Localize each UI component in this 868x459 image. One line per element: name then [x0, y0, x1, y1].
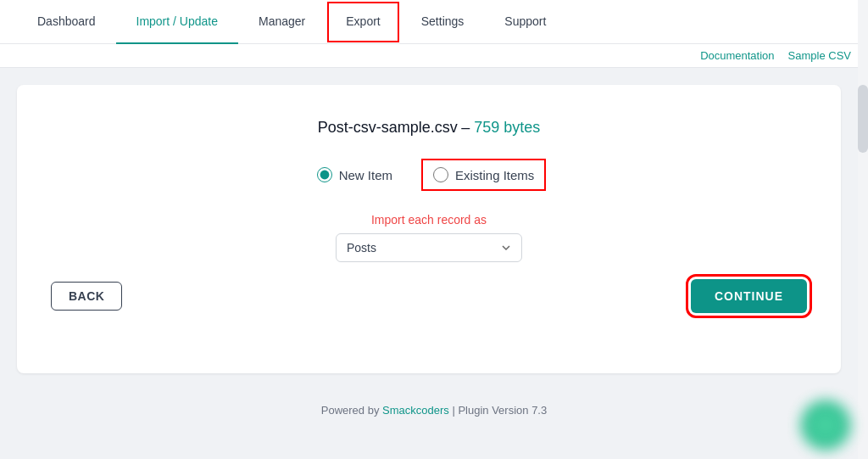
- import-card: Post-csv-sample.csv – 759 bytes New Item…: [17, 85, 841, 373]
- tab-dashboard[interactable]: Dashboard: [17, 0, 116, 44]
- version-text: | Plugin Version 7.3: [452, 404, 547, 417]
- top-links-bar: Documentation Sample CSV: [0, 44, 868, 68]
- sample-csv-link[interactable]: Sample CSV: [788, 49, 851, 62]
- file-size: 759 bytes: [474, 119, 540, 136]
- import-type-select[interactable]: Posts Pages Custom Post Type: [336, 233, 522, 262]
- powered-by-text: Powered by: [321, 404, 380, 417]
- page-footer: Powered by Smackcoders | Plugin Version …: [0, 390, 868, 430]
- import-section: Import each record as Posts Pages Custom…: [51, 213, 807, 262]
- tab-import---update[interactable]: Import / Update: [116, 0, 239, 44]
- import-label: Import each record as: [371, 213, 487, 227]
- back-button[interactable]: BACK: [51, 282, 122, 311]
- tab-manager[interactable]: Manager: [238, 0, 326, 44]
- card-footer: BACK CONTINUE: [51, 279, 807, 313]
- file-name: Post-csv-sample.csv: [318, 119, 458, 136]
- existing-items-radio[interactable]: [433, 167, 448, 182]
- documentation-link[interactable]: Documentation: [700, 49, 774, 62]
- new-item-option[interactable]: New Item: [317, 167, 392, 182]
- scrollbar[interactable]: [858, 0, 868, 459]
- file-separator: –: [461, 119, 474, 136]
- new-item-label: New Item: [339, 168, 392, 182]
- existing-items-label: Existing Items: [455, 168, 534, 182]
- file-info: Post-csv-sample.csv – 759 bytes: [51, 119, 807, 137]
- continue-button[interactable]: CONTINUE: [691, 279, 807, 313]
- decorative-circle: [800, 400, 851, 451]
- tab-export[interactable]: Export: [326, 0, 400, 44]
- radio-group: New Item Existing Items: [51, 164, 807, 186]
- main-content: Post-csv-sample.csv – 759 bytes New Item…: [0, 68, 858, 390]
- tab-settings[interactable]: Settings: [401, 0, 485, 44]
- new-item-radio[interactable]: [317, 167, 332, 182]
- scrollbar-thumb[interactable]: [858, 85, 868, 153]
- top-navigation: DashboardImport / UpdateManagerExportSet…: [0, 0, 868, 44]
- existing-items-option[interactable]: Existing Items: [426, 164, 541, 186]
- brand-link[interactable]: Smackcoders: [382, 404, 449, 417]
- tab-support[interactable]: Support: [484, 0, 566, 44]
